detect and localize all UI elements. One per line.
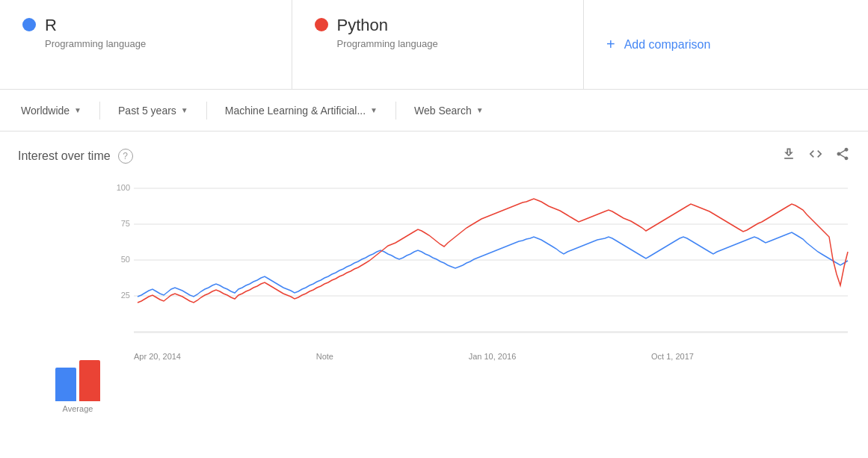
add-comparison-label: Add comparison <box>624 38 711 52</box>
location-label: Worldwide <box>21 105 70 117</box>
download-icon[interactable] <box>781 146 796 165</box>
avg-label: Average <box>63 404 93 413</box>
search-type-chevron-icon: ▼ <box>476 106 484 114</box>
filter-sep-2 <box>206 102 207 120</box>
share-icon[interactable] <box>835 146 850 165</box>
svg-text:75: 75 <box>121 219 130 228</box>
comparison-item-python: Python Programming language <box>292 0 585 89</box>
python-name: Python <box>337 15 438 37</box>
chart-section: Interest over time ? 100 75 50 25 <box>0 131 868 421</box>
category-label: Machine Learning & Artificial... <box>225 105 366 117</box>
plus-icon: + <box>606 36 615 53</box>
search-type-filter[interactable]: Web Search ▼ <box>405 99 493 123</box>
time-label: Past 5 years <box>118 105 176 117</box>
svg-text:25: 25 <box>121 291 130 300</box>
filters-bar: Worldwide ▼ Past 5 years ▼ Machine Learn… <box>0 90 868 131</box>
python-avg-bar <box>79 360 100 401</box>
python-sub: Programming language <box>337 38 438 49</box>
chart-header: Interest over time ? <box>18 146 850 165</box>
comparison-item-r: R Programming language <box>0 0 292 89</box>
x-label-1: Apr 20, 2014 <box>134 352 181 361</box>
r-name: R <box>45 15 146 37</box>
location-filter[interactable]: Worldwide ▼ <box>12 99 90 123</box>
category-chevron-icon: ▼ <box>370 106 378 114</box>
add-comparison-container[interactable]: + Add comparison <box>584 0 868 89</box>
help-icon[interactable]: ? <box>118 149 133 164</box>
comparison-bar: R Programming language Python Programmin… <box>0 0 868 90</box>
interest-chart: 100 75 50 25 <box>18 177 850 356</box>
svg-text:100: 100 <box>117 183 130 192</box>
r-info: R Programming language <box>45 15 146 49</box>
time-chevron-icon: ▼ <box>181 106 188 114</box>
chart-title-area: Interest over time ? <box>18 149 133 164</box>
chart-title-label: Interest over time <box>18 149 111 163</box>
search-type-label: Web Search <box>414 105 472 117</box>
filter-sep-1 <box>99 102 100 120</box>
note-label: Note <box>316 352 333 361</box>
average-section: Average <box>25 349 130 413</box>
x-label-2: Jan 10, 2016 <box>469 352 517 361</box>
category-filter[interactable]: Machine Learning & Artificial... ▼ <box>216 99 387 123</box>
svg-text:50: 50 <box>121 255 130 264</box>
location-chevron-icon: ▼ <box>74 106 81 114</box>
r-dot <box>22 18 36 31</box>
filter-sep-3 <box>395 102 396 120</box>
avg-bars <box>55 356 100 401</box>
x-label-3: Oct 1, 2017 <box>651 352 694 361</box>
chart-container: 100 75 50 25 Ave <box>18 177 850 413</box>
r-avg-bar <box>55 368 76 401</box>
embed-icon[interactable] <box>808 146 823 165</box>
r-line <box>138 232 848 297</box>
chart-actions <box>781 146 850 165</box>
r-sub: Programming language <box>45 38 146 49</box>
python-info: Python Programming language <box>337 15 438 49</box>
time-filter[interactable]: Past 5 years ▼ <box>109 99 197 123</box>
python-dot <box>315 18 328 31</box>
